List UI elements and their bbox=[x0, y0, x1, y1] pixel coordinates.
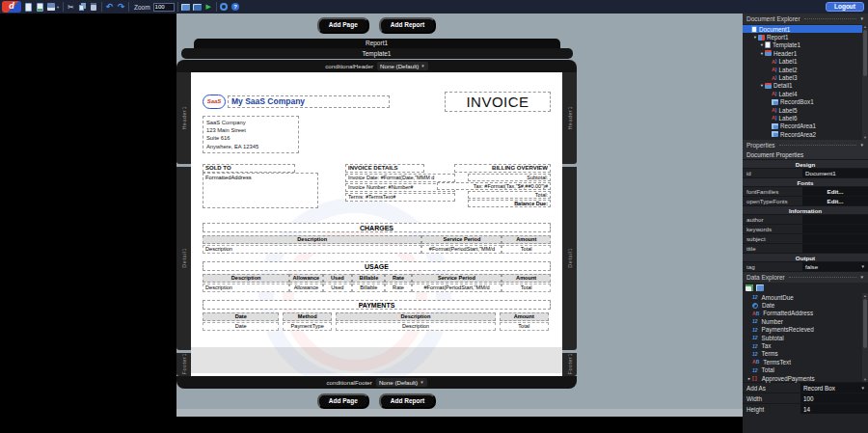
edit-data-icon[interactable] bbox=[746, 284, 753, 291]
table-data-cell[interactable]: Total bbox=[500, 322, 549, 331]
data-field-total[interactable]: 12Total bbox=[743, 366, 868, 374]
preview-icon[interactable] bbox=[181, 2, 190, 13]
paste-icon[interactable] bbox=[90, 2, 98, 13]
data-fields-scrollbar[interactable]: ▲ ▼ bbox=[862, 293, 868, 382]
tree-item-document1[interactable]: Document1 bbox=[743, 25, 868, 33]
detail-band-handle-right[interactable]: Detail1 bbox=[562, 167, 577, 350]
property-value-title[interactable] bbox=[802, 244, 868, 253]
data-field-termstext[interactable]: ABTermsText bbox=[743, 358, 868, 365]
scroll-up-icon[interactable]: ▲ bbox=[862, 24, 868, 29]
properties-header[interactable]: Properties ▼ bbox=[743, 140, 868, 150]
billing-field[interactable]: Balance Due: bbox=[468, 200, 551, 207]
table-header-cell[interactable]: Amount bbox=[502, 235, 551, 244]
tree-item-label4[interactable]: ALabel4 bbox=[743, 90, 868, 97]
data-field-date[interactable]: Date bbox=[743, 301, 868, 309]
tree-item-label5[interactable]: ALabel5 bbox=[743, 106, 868, 114]
add-page-button-bottom[interactable]: Add Page bbox=[317, 393, 369, 410]
tree-item-report1[interactable]: ▾Report1 bbox=[743, 33, 868, 41]
property-value-tag[interactable]: false▼ bbox=[802, 262, 868, 271]
add-report-button-top[interactable]: Add Report bbox=[379, 17, 436, 34]
table-header-cell[interactable]: Billable bbox=[352, 274, 385, 283]
billing-field[interactable]: Subtotal: bbox=[468, 174, 551, 181]
table-header-cell[interactable]: Description bbox=[203, 274, 289, 283]
undo-icon[interactable]: ↶ bbox=[105, 2, 114, 13]
invoice-page[interactable]: SaaS My SaaS Company INVOICE SaaS Compan… bbox=[191, 72, 562, 376]
tree-item-recordbox1[interactable]: RecordBox1 bbox=[743, 98, 868, 106]
company-name-field[interactable]: My SaaS Company bbox=[228, 95, 390, 108]
detail-band-handle-left[interactable]: Detail1 bbox=[176, 167, 191, 350]
table-data-cell[interactable]: PaymentType bbox=[283, 322, 332, 331]
charges-title[interactable]: CHARGES bbox=[203, 223, 551, 232]
invoice-title-field[interactable]: INVOICE bbox=[445, 92, 551, 112]
data-field-subtotal[interactable]: 12Subtotal bbox=[743, 334, 868, 341]
tree-item-header1[interactable]: ▾Header1 bbox=[743, 49, 868, 57]
table-header-cell[interactable]: Service Period bbox=[412, 274, 502, 283]
tree-item-recordarea1[interactable]: RecordArea1 bbox=[743, 122, 868, 130]
tree-item-detail1[interactable]: ▾Detail1 bbox=[743, 82, 868, 90]
table-data-cell[interactable]: Total bbox=[502, 245, 551, 254]
table-header-cell[interactable]: Description bbox=[203, 235, 421, 244]
width-input[interactable]: 100 bbox=[800, 393, 868, 403]
scroll-up-icon[interactable]: ▲ bbox=[862, 293, 868, 298]
property-value-author[interactable] bbox=[802, 215, 868, 224]
document-tree-scrollbar[interactable]: ▲ ▼ bbox=[862, 24, 868, 140]
tree-item-label6[interactable]: ALabel6 bbox=[743, 114, 868, 122]
company-logo[interactable]: SaaS bbox=[203, 95, 226, 109]
billing-field[interactable]: Tax: #Format(Tax,"$#,##0.00")# bbox=[437, 182, 551, 190]
logout-button[interactable]: Logout bbox=[826, 2, 864, 12]
zoom-input[interactable] bbox=[153, 3, 175, 12]
scroll-down-icon[interactable]: ▼ bbox=[862, 135, 868, 140]
scrollbar-thumb[interactable] bbox=[863, 299, 867, 348]
tree-item-template1[interactable]: ▾Template1 bbox=[743, 41, 868, 49]
template-tab[interactable]: Template1 bbox=[181, 48, 573, 59]
data-field-paymentsrecieved[interactable]: 12PaymentsRecieved bbox=[743, 326, 868, 334]
height-input[interactable]: 14 bbox=[800, 404, 868, 414]
data-field-tax[interactable]: 12Tax bbox=[743, 341, 868, 349]
table-data-cell[interactable]: Description bbox=[203, 245, 421, 254]
table-header-cell[interactable]: Method bbox=[283, 312, 332, 321]
table-data-cell[interactable]: Date bbox=[203, 322, 279, 331]
header-band-handle-left[interactable]: Header1 bbox=[176, 72, 191, 164]
save-icon[interactable]: ▼ bbox=[47, 2, 60, 13]
property-value-id[interactable]: Document1 bbox=[802, 169, 868, 177]
table-data-cell[interactable]: Billable bbox=[352, 284, 385, 292]
tree-item-recordarea2[interactable]: RecordArea2 bbox=[743, 130, 868, 138]
property-value-openTypeFonts[interactable]: Edit... bbox=[802, 197, 868, 205]
table-data-cell[interactable]: Total bbox=[502, 284, 551, 292]
tree-item-label3[interactable]: ALabel3 bbox=[743, 73, 868, 81]
table-header-cell[interactable]: Allowance bbox=[289, 274, 322, 283]
table-header-cell[interactable]: Rate bbox=[385, 274, 411, 283]
billing-field[interactable]: Total: bbox=[468, 191, 551, 199]
footer-band[interactable] bbox=[191, 347, 562, 373]
conditional-footer-select[interactable]: None (Default) ▼ bbox=[376, 378, 427, 387]
company-address-field[interactable]: SaaS Company123 Main StreetSuite 616Anyw… bbox=[203, 116, 299, 154]
table-header-cell[interactable]: Used bbox=[323, 274, 353, 283]
add-page-button-top[interactable]: Add Page bbox=[317, 17, 369, 34]
invoice-details-header[interactable]: INVOICE DETAILS bbox=[345, 164, 424, 173]
usage-title[interactable]: USAGE bbox=[203, 261, 551, 271]
help-icon[interactable]: ? bbox=[231, 2, 240, 13]
billing-overview-header[interactable]: BILLING OVERVIEW bbox=[454, 164, 551, 173]
footer-band-handle-right[interactable]: Footer1 bbox=[562, 353, 577, 376]
property-value-subject[interactable] bbox=[802, 234, 868, 243]
tree-item-label1[interactable]: ALabel1 bbox=[743, 58, 868, 66]
data-field-approvedpayments[interactable]: ▸[]ApprovedPayments bbox=[743, 374, 868, 382]
table-header-cell[interactable]: Amount bbox=[500, 312, 549, 321]
data-field-terms[interactable]: 12Terms bbox=[743, 350, 868, 358]
table-header-cell[interactable]: Date bbox=[203, 312, 279, 321]
document-explorer-header[interactable]: Document Explorer ▼ bbox=[743, 14, 868, 24]
view-data-icon[interactable] bbox=[756, 284, 764, 291]
property-value-keywords[interactable] bbox=[802, 225, 868, 233]
edit-document-icon[interactable] bbox=[36, 2, 44, 13]
add-report-button-bottom[interactable]: Add Report bbox=[379, 393, 436, 410]
data-explorer-header[interactable]: Data Explorer ▼ bbox=[743, 272, 868, 283]
add-as-select[interactable]: Record Box ▼ bbox=[800, 383, 868, 392]
table-data-cell[interactable]: Rate bbox=[385, 284, 411, 292]
data-field-number[interactable]: 12Number bbox=[743, 317, 868, 325]
redo-icon[interactable]: ↷ bbox=[117, 2, 125, 13]
table-data-cell[interactable]: Used bbox=[323, 284, 353, 292]
new-document-icon[interactable] bbox=[24, 2, 33, 13]
property-value-fontFamilies[interactable]: Edit... bbox=[802, 187, 868, 196]
copy-icon[interactable] bbox=[78, 2, 87, 13]
table-data-cell[interactable]: #Format(PeriodStart,"MM/d bbox=[412, 284, 502, 292]
